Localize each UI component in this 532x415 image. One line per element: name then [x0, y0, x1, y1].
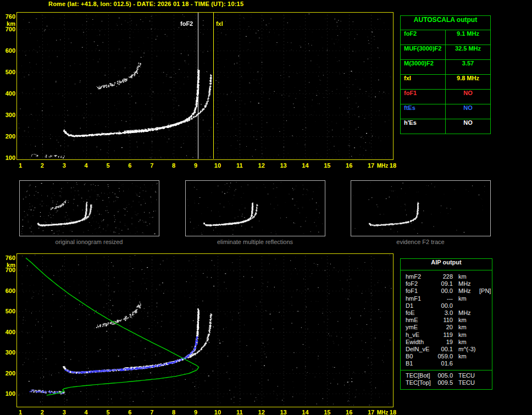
caption-no-multiples: eliminate multiple reflections: [217, 239, 293, 245]
bottom_plot-y-tick: 200: [1, 370, 15, 377]
marker-line-foF2: [198, 13, 198, 159]
autoscala-value: NO: [446, 90, 490, 104]
aip-unit: [453, 360, 477, 367]
top_plot-x-unit: MHz: [377, 163, 389, 169]
autoscala-row-foF2: foF29.1 MHz: [401, 30, 490, 45]
aip-param: D1: [406, 302, 435, 309]
autoscala-value: NO: [446, 119, 490, 134]
aip-value: 005.0: [435, 372, 453, 379]
aip-row-foF2: foF209.1MHz: [401, 280, 492, 287]
marker-label-fxI: fxI: [216, 20, 223, 27]
bottom_plot-y-tick: 100: [1, 390, 15, 397]
top_plot-y-tick: 700: [1, 26, 15, 32]
aip-row-hmF2: hmF2228km: [401, 273, 492, 280]
bottom_plot-x-tick: 8: [172, 409, 175, 415]
top_plot-x-tick: 10: [214, 162, 221, 169]
autoscala-window: Rome (lat: +41.8, lon: 012.5) - DATE: 20…: [0, 0, 532, 415]
aip-value: 19: [435, 339, 453, 346]
aip-unit: km: [453, 317, 477, 324]
bottom_plot-y-tick: 500: [1, 308, 15, 314]
top_plot-x-tick: 15: [324, 162, 330, 169]
bottom_plot-x-tick: 17: [368, 409, 374, 415]
aip-row-hmE: hmE110km: [401, 317, 492, 324]
autoscala-row-foF1: foF1NO: [401, 89, 490, 104]
aip-row-B0: B0059.0km: [401, 353, 492, 360]
top_plot-y-tick: 100: [1, 154, 15, 161]
aip-param: Ewidth: [406, 339, 435, 346]
top_plot-x-tick: 9: [194, 162, 197, 169]
autoscala-value: NO: [446, 104, 490, 119]
aip-value: 00.0: [435, 287, 453, 295]
aip-value: 110: [435, 317, 453, 324]
aip-note: [477, 379, 492, 386]
aip-note: [477, 339, 492, 346]
aip-param: foF2: [406, 280, 435, 287]
bottom_plot-x-tick: 6: [128, 409, 131, 415]
aip-value: 00.1: [435, 346, 453, 353]
aip-row-DelN_vE: DelN_vE00.1m^(-3): [401, 346, 492, 353]
aip-unit: km: [453, 324, 477, 331]
aip-note: [477, 309, 492, 317]
aip-value: 3.0: [435, 309, 453, 317]
top_plot-x-tick: 2: [41, 162, 44, 169]
aip-unit: km: [453, 353, 477, 360]
bottom_plot-x-tick: 4: [85, 409, 88, 415]
bottom_plot-x-tick: 11: [236, 409, 243, 415]
aip-note: [477, 273, 492, 280]
top_plot-x-tick: 18: [390, 162, 396, 169]
autoscala-value: 3.57: [446, 60, 490, 74]
thumbnail-original: [19, 180, 159, 236]
autoscala-output-panel: AUTOSCALA output foF29.1 MHzMUF(3000)F23…: [400, 15, 491, 134]
aip-unit: km: [453, 339, 477, 346]
top_plot-y-unit: km: [1, 20, 15, 27]
aip-note: [477, 346, 492, 353]
autoscala-param: ftEs: [401, 104, 446, 119]
aip-output-title: AIP output: [401, 259, 492, 270]
top_plot-y-tick: 600: [1, 47, 15, 54]
aip-tec-rows: TEC[Bot]005.0TECUTEC[Top]009.5TECU: [401, 372, 492, 386]
autoscala-param: M(3000)F2: [401, 60, 446, 74]
top_plot-x-tick: 1: [19, 162, 22, 169]
top_plot-y-tick: 760: [1, 13, 15, 20]
bottom_plot-x-tick: 14: [302, 409, 308, 415]
bottom_plot-x-tick: 18: [390, 409, 396, 415]
autoscala-row-ftEs: ftEsNO: [401, 104, 490, 119]
aip-param: h_vE: [406, 331, 435, 339]
aip-row-hmF1: hmF1---km: [401, 295, 492, 302]
autoscala-param: MUF(3000)F2: [401, 45, 446, 59]
aip-value: 09.1: [435, 280, 453, 287]
top_plot-y-tick: 200: [1, 133, 15, 140]
aip-param: foE: [406, 309, 435, 317]
aip-unit: TECU: [453, 372, 477, 379]
aip-unit: TECU: [453, 379, 477, 386]
top_plot-x-tick: 14: [302, 162, 308, 169]
aip-row-foF1: foF100.0MHz[PN]: [401, 287, 492, 295]
aip-value: 009.5: [435, 379, 453, 386]
bottom_plot-x-tick: 15: [324, 409, 330, 415]
top_plot-x-tick: 11: [236, 162, 243, 169]
autoscala-value: 9.1 MHz: [446, 30, 490, 45]
aip-unit: [453, 302, 477, 309]
aip-row-Ewidth: Ewidth19km: [401, 339, 492, 346]
autoscala-param: foF2: [401, 30, 446, 45]
bottom_plot-x-tick: 5: [106, 409, 109, 415]
aip-output-rows: hmF2228kmfoF209.1MHzfoF100.0MHz[PN]hmF1-…: [401, 270, 492, 368]
aip-value: 228: [435, 273, 453, 280]
aip-param: hmF1: [406, 295, 435, 302]
bottom_plot-y-tick: 400: [1, 329, 15, 335]
aip-value: ---: [435, 295, 453, 302]
aip-unit: MHz: [453, 309, 477, 317]
bottom-ionogram-plot: [16, 253, 394, 407]
top_plot-x-tick: 4: [85, 162, 88, 169]
aip-output-panel: AIP output hmF2228kmfoF209.1MHzfoF100.0M…: [400, 258, 492, 390]
aip-note: [477, 280, 492, 287]
aip-row-D1: D100.0: [401, 302, 492, 309]
aip-row-TEC[Bot]: TEC[Bot]005.0TECU: [401, 372, 492, 379]
bottom_plot-x-tick: 16: [346, 409, 352, 415]
autoscala-param: foF1: [401, 90, 446, 104]
autoscala-output-rows: foF29.1 MHzMUF(3000)F232.5 MHzM(3000)F23…: [401, 30, 490, 134]
aip-param: B0: [406, 353, 435, 360]
aip-value: 00.0: [435, 302, 453, 309]
autoscala-row-MUF(3000)F2: MUF(3000)F232.5 MHz: [401, 45, 490, 59]
autoscala-row-M(3000)F2: M(3000)F23.57: [401, 59, 490, 74]
